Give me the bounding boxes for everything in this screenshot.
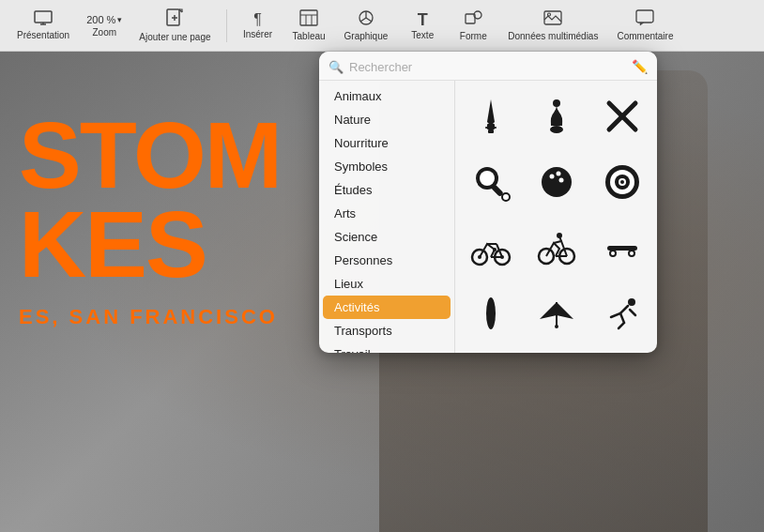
icon-surfboard[interactable]: [465, 287, 517, 340]
svg-point-26: [502, 193, 510, 201]
zoom-value: 200 % ▾: [86, 14, 122, 25]
svg-rect-0: [35, 11, 52, 23]
presentation-label: Présentation: [17, 30, 69, 40]
category-nourriture[interactable]: Nourriture: [323, 131, 451, 155]
toolbar-multimedia[interactable]: Données multimédias: [500, 6, 605, 45]
icon-dagger[interactable]: [465, 90, 517, 143]
icon-hang-glider[interactable]: [530, 287, 583, 340]
svg-point-40: [493, 248, 497, 251]
toolbar: Présentation 200 % ▾ Zoom Ajouter une pa…: [0, 0, 764, 52]
toolbar-texte[interactable]: T Texte: [399, 8, 446, 44]
svg-point-14: [548, 13, 551, 16]
svg-point-48: [630, 251, 634, 255]
svg-point-27: [542, 167, 572, 197]
toolbar-presentation[interactable]: Présentation: [9, 7, 77, 44]
icons-grid: [455, 81, 657, 353]
category-activites[interactable]: Activités: [323, 296, 451, 319]
icon-swimmer[interactable]: [596, 287, 649, 340]
svg-point-51: [555, 325, 558, 328]
slide-text-stom: STOM: [19, 108, 281, 202]
zoom-label: Zoom: [92, 27, 116, 38]
toolbar-tableau[interactable]: Tableau: [285, 6, 333, 45]
category-transports[interactable]: Transports: [323, 319, 451, 342]
svg-point-19: [550, 126, 563, 133]
icon-cross[interactable]: [596, 90, 649, 143]
category-etudes[interactable]: Études: [323, 178, 451, 202]
commentaire-label: Commentaire: [617, 31, 673, 41]
search-input[interactable]: [349, 60, 626, 74]
forme-label: Forme: [460, 31, 487, 41]
tableau-icon: [299, 9, 318, 29]
panel-body: Animaux Nature Nourriture Symboles Étude…: [319, 81, 657, 353]
forme-icon: [464, 9, 482, 29]
category-lieux[interactable]: Lieux: [323, 272, 451, 296]
search-bar: 🔍 ✏️: [319, 52, 657, 81]
icon-skateboard[interactable]: [596, 221, 649, 274]
icon-target[interactable]: [596, 156, 649, 208]
texte-icon: T: [418, 11, 428, 28]
svg-rect-6: [300, 10, 317, 25]
slide-text-sub: ES, SAN FRANCISCO: [19, 305, 278, 329]
inserer-icon: ¶: [253, 12, 262, 27]
svg-point-24: [480, 171, 495, 186]
texte-label: Texte: [411, 30, 434, 40]
multimedia-icon: [543, 9, 562, 29]
svg-point-29: [557, 172, 561, 176]
icon-bowling-pin[interactable]: [530, 90, 583, 143]
svg-point-28: [550, 175, 555, 179]
presentation-icon: [34, 10, 53, 28]
search-icon: 🔍: [329, 60, 344, 74]
slide-text-kes: KES: [19, 197, 206, 291]
toolbar-zoom[interactable]: 200 % ▾ Zoom: [81, 10, 128, 41]
add-page-label: Ajouter une page: [139, 32, 210, 42]
toolbar-add-page[interactable]: Ajouter une page: [131, 5, 218, 46]
graphique-icon: [357, 9, 375, 29]
graphique-label: Graphique: [344, 31, 389, 41]
category-symboles[interactable]: Symboles: [323, 155, 451, 178]
icon-bicycle2[interactable]: [530, 221, 583, 274]
shapes-dropdown: 🔍 ✏️ Animaux Nature Nourriture Symboles …: [319, 52, 657, 353]
toolbar-separator-1: [226, 9, 227, 42]
category-animaux[interactable]: Animaux: [323, 84, 451, 108]
category-travail[interactable]: Travail: [323, 342, 451, 353]
multimedia-label: Données multimédias: [508, 31, 598, 41]
svg-rect-15: [636, 10, 653, 23]
icon-ping-pong[interactable]: [465, 156, 517, 208]
icon-bicycle[interactable]: [465, 221, 517, 274]
category-nature[interactable]: Nature: [323, 108, 451, 131]
pencil-icon[interactable]: ✏️: [632, 59, 648, 74]
tableau-label: Tableau: [293, 31, 326, 41]
commentaire-icon: [635, 9, 654, 29]
toolbar-graphique[interactable]: Graphique: [337, 6, 396, 45]
toolbar-commentaire[interactable]: Commentaire: [609, 6, 680, 45]
category-personnes[interactable]: Personnes: [323, 249, 451, 272]
svg-point-20: [553, 99, 560, 107]
toolbar-inserer[interactable]: ¶ Insérer: [235, 8, 282, 43]
add-page-icon: [166, 8, 183, 30]
svg-rect-18: [488, 129, 494, 133]
icon-bowling-ball[interactable]: [530, 156, 583, 208]
svg-point-47: [611, 251, 615, 255]
category-arts[interactable]: Arts: [323, 202, 451, 225]
svg-point-43: [557, 233, 562, 238]
svg-point-52: [628, 298, 635, 306]
category-list: Animaux Nature Nourriture Symboles Étude…: [319, 81, 455, 353]
svg-point-30: [559, 178, 564, 183]
svg-point-35: [620, 180, 624, 184]
category-science[interactable]: Science: [323, 225, 451, 249]
svg-rect-17: [485, 127, 497, 129]
svg-point-49: [486, 297, 496, 329]
inserer-label: Insérer: [243, 29, 272, 39]
toolbar-forme[interactable]: Forme: [450, 6, 497, 45]
